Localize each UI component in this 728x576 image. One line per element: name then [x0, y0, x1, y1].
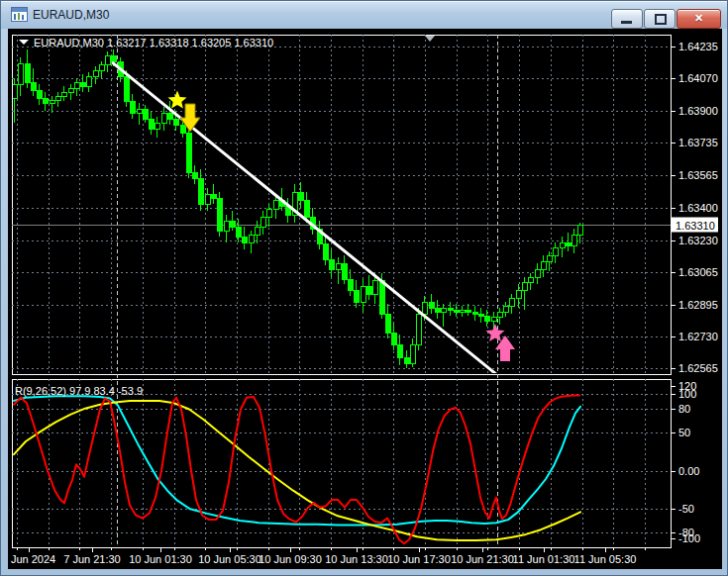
price-scale-label: 1.62730 [678, 331, 718, 342]
shift-triangle-icon [425, 36, 435, 42]
chart-app-icon [11, 7, 28, 22]
price-scale-label: 1.64070 [678, 72, 718, 84]
yellow-star-marker[interactable] [168, 91, 187, 109]
time-axis-label: 7 Jun 21:30 [63, 553, 121, 565]
oscillator-yellow-line [14, 401, 580, 540]
indicator-scale-label: 50 [678, 427, 690, 438]
indicator-scale-label: 0.00 [678, 465, 699, 477]
price-scale-label: 1.63230 [678, 235, 718, 246]
window-titlebar[interactable]: EURAUD,M30 ✕ [1, 1, 727, 29]
grid-lines [12, 35, 671, 547]
time-axis-label: 10 Jun 01:30 [129, 553, 192, 565]
ohlc-header: EURAUD,M30 1.63217 1.63318 1.63205 1.633… [34, 37, 273, 48]
chart-client-area: 1.642351.640701.639001.637351.635651.634… [8, 29, 722, 569]
price-scale-label: 1.62565 [678, 362, 718, 374]
time-axis: 7 Jun 20247 Jun 21:3010 Jun 01:3010 Jun … [8, 547, 646, 565]
current-price-box: 1.63310 [672, 218, 718, 233]
chart-headers: EURAUD,M30 1.63217 1.63318 1.63205 1.633… [15, 37, 273, 397]
time-axis-label: 10 Jun 05:30 [198, 553, 261, 565]
time-axis-label: 11 Jun 05:30 [574, 553, 637, 565]
close-button[interactable]: ✕ [676, 9, 721, 29]
price-scale: 1.642351.640701.639001.637351.635651.634… [671, 41, 718, 374]
indicator-scale-label: -100 [678, 532, 700, 544]
indicator-scale-label: 80 [678, 403, 690, 415]
time-axis-label: 10 Jun 21:30 [451, 553, 514, 565]
time-axis-label: 10 Jun 09:30 [259, 553, 322, 565]
maximize-button[interactable] [644, 9, 676, 29]
price-scale-label: 1.64235 [678, 41, 718, 52]
indicator-scale-label: -50 [678, 503, 694, 515]
restore-icon [655, 14, 667, 25]
pink-star-marker[interactable] [486, 324, 505, 341]
price-scale-label: 1.63065 [678, 266, 718, 278]
window-title: EURAUD,M30 [33, 8, 109, 22]
oscillator-red-line [14, 396, 579, 544]
price-scale-label: 1.63900 [678, 105, 718, 117]
price-scale-label: 1.62895 [678, 299, 718, 311]
trendline-object[interactable] [112, 62, 496, 374]
oscillator-lines [14, 396, 580, 544]
indicator-header: R(9,26,52) 97.9 83.4 -53.9 [15, 385, 143, 397]
minimize-button[interactable] [611, 9, 643, 29]
chart-shift-marker[interactable] [425, 36, 435, 42]
chart-window: EURAUD,M30 ✕ 1.642351.640701.639001.6373… [0, 0, 728, 576]
time-axis-label: 10 Jun 17:30 [387, 553, 451, 565]
indicator-scale-label: 100 [678, 388, 696, 400]
symbol-dropdown-icon[interactable] [19, 40, 29, 45]
time-axis-label: 10 Jun 13:30 [325, 553, 388, 565]
close-icon: ✕ [677, 12, 720, 25]
price-scale-label: 1.63400 [678, 202, 718, 214]
minimize-icon [621, 21, 632, 24]
indicator-scale: 12010080500.00-50-80-100 [671, 380, 700, 544]
price-scale-label: 1.63735 [678, 137, 718, 148]
current-price-value: 1.63310 [676, 220, 715, 232]
time-axis-label: 7 Jun 2024 [8, 553, 55, 565]
time-axis-label: 11 Jun 01:30 [513, 553, 575, 565]
chart-canvas[interactable]: 1.642351.640701.639001.637351.635651.634… [8, 29, 722, 569]
price-scale-label: 1.63565 [678, 169, 718, 181]
